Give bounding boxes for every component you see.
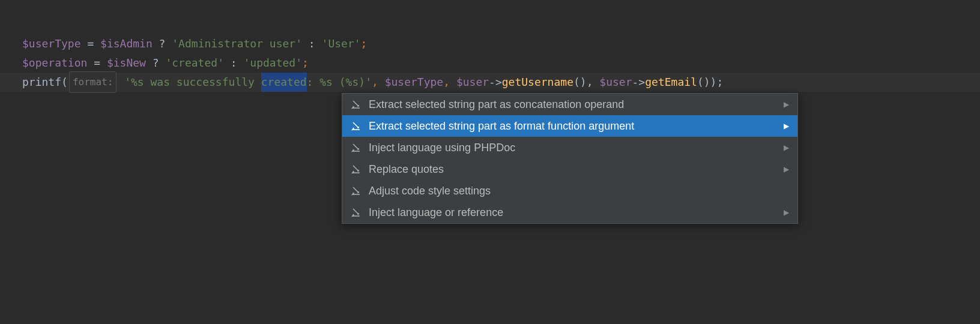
intention-pencil-icon: [351, 142, 363, 154]
submenu-arrow-icon: ▶: [784, 208, 789, 217]
intention-pencil-icon: [351, 185, 363, 197]
comma: ,: [372, 73, 385, 92]
intention-action-item[interactable]: Adjust code style settings: [342, 180, 797, 202]
arrow-operator: ->: [489, 73, 502, 92]
operator: :: [224, 53, 244, 73]
intention-action-item[interactable]: Inject language using PHPDoc▶: [342, 137, 797, 158]
operator: :: [302, 34, 322, 53]
intention-action-item[interactable]: Extract selected string part as format f…: [342, 115, 797, 137]
string-literal: 'created': [165, 53, 224, 73]
submenu-arrow-icon: ▶: [784, 122, 789, 130]
parameter-hint: format:: [69, 71, 116, 93]
intention-action-label: Extract selected string part as concaten…: [369, 98, 772, 111]
arrow-operator: ->: [632, 73, 646, 92]
variable: $user: [456, 73, 489, 92]
intention-action-label: Adjust code style settings: [369, 185, 789, 197]
intention-pencil-icon: [351, 98, 363, 110]
variable: $userType: [22, 34, 81, 53]
call-parens: ());: [697, 73, 723, 92]
code-editor[interactable]: $userType = $isAdmin ? 'Administrator us…: [0, 0, 980, 92]
code-line-2[interactable]: $operation = $isNew ? 'created' : 'updat…: [0, 53, 980, 73]
selected-text[interactable]: created: [261, 73, 307, 92]
variable: $isAdmin: [100, 34, 153, 53]
code-line-1[interactable]: $userType = $isAdmin ? 'Administrator us…: [0, 34, 980, 53]
call-parens: (),: [573, 73, 599, 92]
variable: $userType: [385, 73, 444, 92]
intention-pencil-icon: [351, 120, 363, 132]
intention-action-label: Replace quotes: [369, 163, 772, 176]
variable: $isNew: [107, 53, 146, 73]
variable: $user: [599, 73, 632, 92]
intention-action-item[interactable]: Inject language or reference▶: [342, 202, 797, 223]
intention-pencil-icon: [351, 206, 363, 218]
string-literal: '%s was successfully: [124, 73, 261, 92]
string-literal: 'updated': [244, 53, 303, 73]
intention-action-label: Extract selected string part as format f…: [369, 120, 772, 133]
semicolon: ;: [302, 53, 309, 73]
intention-action-item[interactable]: Replace quotes▶: [342, 158, 797, 180]
paren: (: [61, 73, 68, 92]
string-literal: 'User': [322, 34, 361, 53]
submenu-arrow-icon: ▶: [784, 143, 789, 152]
operator: ?: [153, 34, 172, 53]
submenu-arrow-icon: ▶: [784, 100, 789, 109]
code-line-3-active[interactable]: printf(format: '%s was successfully crea…: [0, 73, 980, 92]
string-literal: : %s (%s)': [307, 73, 372, 92]
method-name: getUsername: [502, 73, 573, 92]
submenu-arrow-icon: ▶: [784, 165, 789, 173]
intention-pencil-icon: [351, 163, 363, 175]
intention-action-item[interactable]: Extract selected string part as concaten…: [342, 94, 797, 115]
string-literal: 'Administrator user': [172, 34, 302, 53]
intention-action-label: Inject language using PHPDoc: [369, 142, 772, 154]
semicolon: ;: [361, 34, 368, 53]
intention-actions-popup: Extract selected string part as concaten…: [342, 93, 798, 224]
method-name: getEmail: [645, 73, 697, 92]
function-name: printf: [22, 73, 61, 92]
operator: =: [81, 34, 101, 53]
variable: $operation: [22, 53, 87, 73]
comma: ,: [443, 73, 456, 92]
operator: =: [87, 53, 107, 73]
operator: ?: [146, 53, 166, 73]
intention-action-label: Inject language or reference: [369, 206, 772, 219]
